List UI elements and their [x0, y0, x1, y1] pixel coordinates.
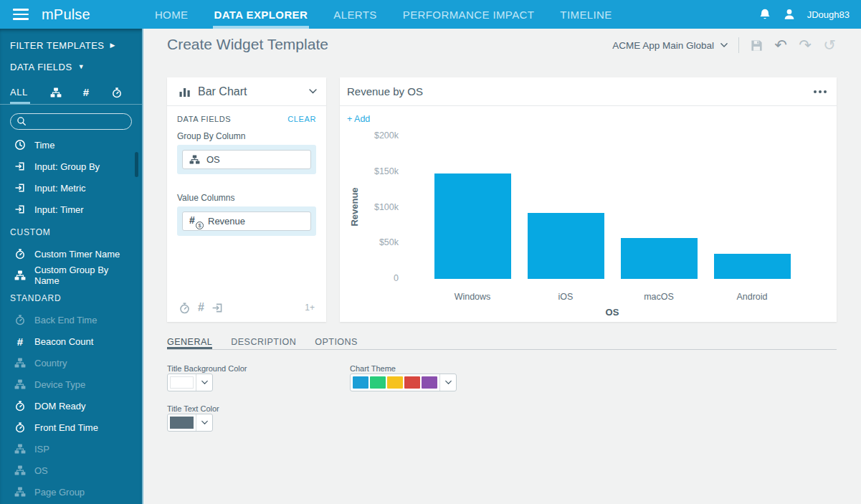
field-label: Back End Time — [34, 315, 97, 325]
username[interactable]: JDough83 — [807, 9, 850, 20]
sitemap-icon — [14, 357, 26, 369]
revert-button[interactable]: ↺ — [822, 38, 837, 52]
field-item-back-end-time: Back End Time — [0, 309, 142, 331]
field-label: OS — [34, 465, 48, 476]
app-logo[interactable]: mPulse — [42, 6, 90, 23]
standard-section-header: STANDARD — [0, 287, 142, 309]
revert-icon: ↺ — [823, 38, 836, 52]
field-item-custom-group-by-name[interactable]: Custom Group By Name — [0, 265, 142, 286]
bell-icon[interactable] — [758, 8, 771, 21]
nav-timeline[interactable]: TIMELINE — [560, 0, 612, 29]
sitemap-icon — [14, 379, 26, 390]
field-item-input-group-by[interactable]: Input: Group By — [0, 156, 142, 177]
redo-button[interactable]: ↷ — [798, 38, 812, 52]
theme-swatch — [422, 376, 437, 389]
more-fields-count: 1+ — [305, 303, 315, 313]
chart-theme-dropdown[interactable] — [350, 374, 457, 391]
field-item-time[interactable]: Time — [0, 134, 142, 156]
chart-bar-macos[interactable] — [621, 238, 698, 279]
chart-preview-panel: Revenue by OS + Add Revenue $200k$150k$1… — [340, 77, 837, 322]
ellipsis-menu-icon[interactable] — [814, 90, 827, 93]
save-icon — [750, 39, 764, 52]
nav-performance-impact[interactable]: PERFORMANCE IMPACT — [403, 0, 535, 29]
y-tick-label: 0 — [394, 273, 399, 283]
field-item-beacon-count[interactable]: #Beacon Count — [0, 331, 142, 352]
field-item-input-metric[interactable]: Input: Metric — [0, 177, 142, 199]
chip-label: OS — [206, 154, 220, 165]
value-chip-revenue[interactable]: #$ Revenue — [182, 211, 311, 231]
add-series-link[interactable]: + Add — [347, 114, 370, 124]
tab-groupby-fields[interactable] — [41, 80, 72, 104]
widget-config-panel: Bar Chart DATA FIELDS CLEAR Group By Col… — [167, 77, 326, 322]
x-tick-label: Windows — [426, 292, 519, 302]
chevron-down-icon — [444, 379, 452, 386]
chart-theme-swatches — [351, 374, 440, 391]
field-search-input[interactable] — [10, 113, 132, 130]
field-label: Country — [34, 358, 67, 369]
widget-type-dropdown[interactable]: Bar Chart — [167, 77, 326, 106]
sitemap-icon — [14, 465, 26, 476]
group-by-column-label: Group By Column — [177, 131, 316, 141]
chevron-down-icon — [201, 419, 209, 427]
sitemap-icon — [14, 443, 26, 455]
save-button[interactable] — [749, 38, 764, 52]
tab-all-fields[interactable]: ALL — [10, 80, 41, 104]
field-item-dom-ready[interactable]: DOM Ready — [0, 395, 142, 417]
app-selector-value: ACME App Main Global — [612, 40, 714, 51]
title-bg-color-dropdown[interactable] — [167, 374, 213, 391]
field-label: DOM Ready — [34, 401, 86, 412]
mpulse-app: mPulse HOME DATA EXPLORER ALERTS PERFORM… — [0, 0, 861, 504]
tab-timer-fields[interactable] — [102, 80, 133, 104]
chart-bar-ios[interactable] — [528, 213, 604, 279]
field-label: Page Group — [34, 487, 85, 498]
chart-yticks: $200k$150k$100k$50k0 — [340, 136, 399, 279]
sidebar-scrollbar[interactable] — [135, 152, 138, 177]
group-by-drop-zone[interactable]: OS — [177, 145, 316, 174]
stopwatch-icon — [111, 87, 123, 98]
field-label: Custom Timer Name — [34, 249, 120, 260]
hash-icon: # — [14, 336, 26, 348]
tab-general[interactable]: GENERAL — [167, 337, 212, 349]
title-text-color-dropdown[interactable] — [167, 414, 213, 432]
title-text-color-label: Title Text Color — [167, 404, 219, 413]
field-label: Custom Group By Name — [34, 265, 132, 286]
nav-data-explorer[interactable]: DATA EXPLORER — [214, 0, 308, 29]
tab-options[interactable]: OPTIONS — [315, 337, 358, 349]
input-icon — [14, 204, 26, 215]
chevron-down-icon — [720, 41, 728, 49]
theme-swatch — [387, 376, 403, 389]
undo-button[interactable]: ↶ — [774, 38, 788, 52]
tabs-divider — [167, 349, 837, 350]
hamburger-menu-icon[interactable] — [13, 9, 29, 20]
nav-home[interactable]: HOME — [155, 0, 189, 29]
y-tick-label: $150k — [374, 166, 399, 176]
value-columns-drop-zone[interactable]: #$ Revenue — [177, 206, 316, 236]
field-item-os: OS — [0, 460, 142, 481]
filter-templates-toggle[interactable]: FILTER TEMPLATES ▶ — [0, 34, 142, 56]
y-tick-label: $50k — [379, 237, 399, 247]
chart-bar-android[interactable] — [714, 254, 791, 279]
tab-description[interactable]: DESCRIPTION — [231, 337, 296, 349]
clear-button[interactable]: CLEAR — [287, 115, 316, 123]
group-by-chip-os[interactable]: OS — [182, 150, 311, 169]
field-item-custom-timer-name[interactable]: Custom Timer Name — [0, 243, 142, 265]
primary-nav: HOME DATA EXPLORER ALERTS PERFORMANCE IM… — [155, 0, 612, 29]
tab-metric-fields[interactable]: # — [71, 80, 102, 104]
chart-title: Revenue by OS — [347, 85, 423, 98]
value-columns-label: Value Columns — [177, 193, 316, 203]
app-selector[interactable]: ACME App Main Global — [612, 40, 728, 51]
data-fields-label: DATA FIELDS — [10, 62, 72, 72]
stopwatch-icon — [14, 400, 26, 412]
field-label: Device Type — [34, 379, 85, 390]
user-icon[interactable] — [783, 8, 796, 21]
field-type-tabs: ALL # — [0, 80, 142, 105]
search-icon — [16, 116, 27, 126]
x-tick-label: iOS — [519, 292, 612, 302]
undo-icon: ↶ — [774, 38, 787, 52]
sitemap-icon — [50, 87, 62, 98]
nav-alerts[interactable]: ALERTS — [333, 0, 376, 29]
chart-bar-windows[interactable] — [434, 173, 511, 279]
data-fields-toggle[interactable]: DATA FIELDS ▼ — [0, 56, 142, 77]
field-item-input-timer[interactable]: Input: Timer — [0, 199, 142, 220]
field-item-front-end-time[interactable]: Front End Time — [0, 417, 142, 438]
